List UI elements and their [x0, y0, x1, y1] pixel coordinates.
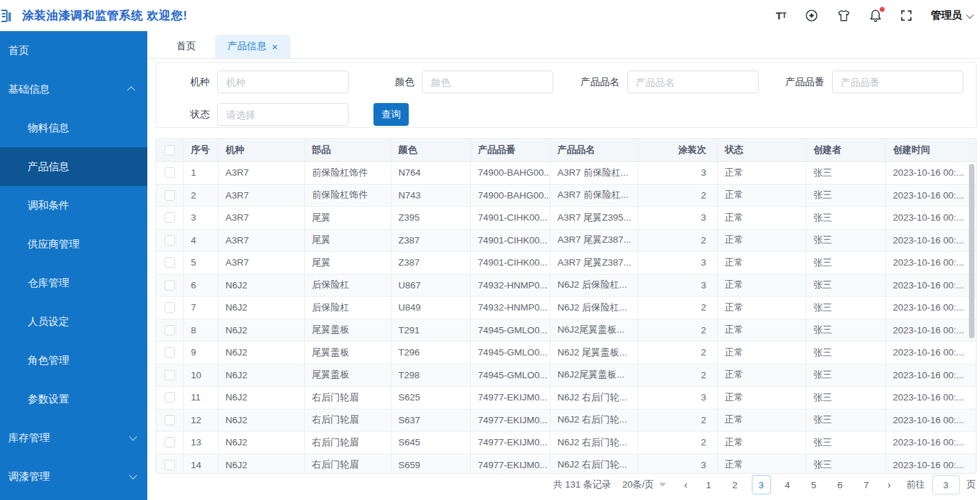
row-checkbox-cell	[156, 454, 184, 474]
row-checkbox[interactable]	[165, 415, 175, 425]
page-number-7[interactable]: 7	[857, 475, 876, 494]
cell-index: 9	[184, 342, 219, 364]
sidebar-item-home[interactable]: 首页	[0, 31, 147, 70]
product-no-input[interactable]	[832, 71, 963, 93]
data-table: 序号机种部品颜色产品品番产品品名涂装次状态创建者创建时间 1A3R7前保险杠饰件…	[156, 138, 977, 474]
caret-down-icon	[659, 483, 666, 487]
table-row: 8N6J2尾翼盖板T29174945-GMLO0...N6J2尾翼盖板...2正…	[156, 320, 976, 342]
cell-model: A3R7	[219, 252, 305, 274]
notifications-bell-icon[interactable]	[869, 9, 882, 22]
goto-suffix: 页	[967, 479, 977, 491]
page-number-3[interactable]: 3	[752, 475, 771, 494]
header-checkbox-cell	[156, 139, 184, 161]
status-select[interactable]	[217, 103, 349, 126]
cell-creator: 张三	[806, 409, 886, 432]
row-checkbox[interactable]	[165, 257, 175, 268]
row-checkbox[interactable]	[165, 437, 175, 447]
cell-name: N6J2尾翼盖板...	[551, 320, 638, 342]
select-all-checkbox[interactable]	[165, 145, 175, 156]
cell-part: 尾翼	[305, 252, 391, 274]
page-number-4[interactable]: 4	[778, 475, 797, 494]
column-header: 涂装次	[638, 139, 718, 161]
page-size-select[interactable]: 20条/页	[622, 479, 666, 491]
sidebar-item-inventory-mgmt[interactable]: 库存管理	[0, 418, 147, 457]
fullscreen-icon[interactable]	[900, 10, 912, 21]
font-size-icon[interactable]: TT	[776, 10, 786, 21]
row-checkbox[interactable]	[165, 212, 175, 223]
sidebar-item-role-mgmt[interactable]: 角色管理	[0, 341, 147, 380]
prev-page-button[interactable]: ‹	[678, 479, 694, 490]
table-row: 5A3R7尾翼Z38774901-CIHK00...A3R7 尾翼Z387...…	[156, 252, 976, 275]
page-number-1[interactable]: 1	[699, 475, 719, 494]
row-checkbox[interactable]	[165, 167, 175, 178]
product-name-input[interactable]	[627, 71, 759, 93]
sidebar-item-param-setting[interactable]: 参数设置	[0, 380, 147, 418]
cell-model: N6J2	[219, 364, 305, 387]
row-checkbox[interactable]	[165, 235, 175, 246]
sidebar-item-base-info[interactable]: 基础信息	[0, 70, 147, 109]
cell-model: N6J2	[219, 387, 305, 409]
row-checkbox[interactable]	[165, 280, 175, 290]
query-button[interactable]: 查询	[373, 103, 409, 126]
cell-color: T291	[391, 320, 471, 342]
language-icon[interactable]	[805, 9, 818, 22]
table-row: 2A3R7前保险杠饰件N74374900-BAHG00...A3R7 前保险杠.…	[156, 185, 976, 207]
tab-home[interactable]: 首页	[164, 35, 208, 58]
goto-page-input[interactable]	[932, 475, 960, 494]
table-row: 12N6J2右后门轮眉S63774977-EKIJM0...N6J2 右后门轮.…	[156, 409, 976, 432]
cell-creator: 张三	[806, 230, 886, 252]
row-checkbox[interactable]	[165, 392, 175, 402]
vertical-scrollbar[interactable]	[969, 164, 974, 338]
tab-product-info[interactable]: 产品信息×	[215, 35, 290, 58]
cell-coats: 2	[638, 230, 718, 252]
row-checkbox-cell	[156, 297, 184, 319]
cell-creator: 张三	[806, 320, 886, 342]
sidebar-item-blend-condition[interactable]: 调和条件	[0, 186, 147, 225]
color-input[interactable]	[422, 71, 553, 93]
page-number-2[interactable]: 2	[725, 475, 745, 494]
cell-model: A3R7	[219, 207, 305, 229]
user-menu[interactable]: 管理员	[931, 9, 972, 22]
next-page-button[interactable]: ›	[882, 479, 897, 490]
cell-index: 7	[184, 297, 219, 319]
cell-part: 尾翼	[305, 207, 391, 229]
close-icon[interactable]: ×	[272, 41, 278, 52]
cell-created: 2023-10-16 00:...	[886, 207, 976, 229]
sidebar-item-material-info[interactable]: 物料信息	[0, 109, 147, 147]
table-row: 13N6J2右后门轮眉S64574977-EKIJM0...N6J2 右后门轮.…	[156, 432, 976, 454]
page-number-6[interactable]: 6	[831, 475, 850, 494]
row-checkbox[interactable]	[165, 460, 175, 470]
cell-color: T298	[391, 364, 471, 387]
cell-status: 正常	[718, 432, 806, 454]
theme-skin-icon[interactable]	[837, 9, 851, 22]
table-row: 6N6J2后保险杠U86774932-HNMP0...N6J2 后保险杠...3…	[156, 275, 976, 297]
row-checkbox[interactable]	[165, 370, 175, 380]
column-header: 颜色	[391, 139, 471, 161]
row-checkbox[interactable]	[165, 190, 175, 201]
cell-index: 13	[184, 432, 219, 454]
row-checkbox-cell	[156, 409, 184, 432]
sidebar-item-supplier-mgmt[interactable]: 供应商管理	[0, 225, 147, 263]
sidebar-item-personnel-setting[interactable]: 人员设定	[0, 302, 147, 341]
row-checkbox-cell	[156, 252, 184, 274]
sidebar-item-warehouse-mgmt[interactable]: 仓库管理	[0, 263, 147, 302]
cell-index: 6	[184, 275, 219, 297]
page-size-label: 20条/页	[622, 479, 654, 491]
cell-creator: 张三	[806, 387, 886, 409]
cell-part_no: 74901-CIHK00...	[471, 252, 551, 274]
table-row: 10N6J2尾翼盖板T29874945-GMLO0...N6J2尾翼盖板...2…	[156, 364, 976, 387]
row-checkbox-cell	[156, 207, 184, 229]
cell-part_no: 74901-CIHK00...	[471, 230, 551, 252]
sidebar-item-paint-mgmt[interactable]: 调漆管理	[0, 457, 147, 496]
cell-created: 2023-10-16 00:...	[886, 252, 976, 274]
cell-created: 2023-10-16 00:...	[886, 320, 976, 342]
row-checkbox[interactable]	[165, 302, 175, 313]
page-number-5[interactable]: 5	[804, 475, 824, 494]
row-checkbox[interactable]	[165, 325, 175, 335]
model-input[interactable]	[217, 71, 349, 93]
column-header: 状态	[718, 139, 806, 161]
row-checkbox[interactable]	[165, 347, 175, 358]
cell-part: 右后门轮眉	[305, 387, 391, 409]
sidebar-item-product-info[interactable]: 产品信息	[0, 147, 147, 186]
cell-creator: 张三	[806, 275, 886, 297]
